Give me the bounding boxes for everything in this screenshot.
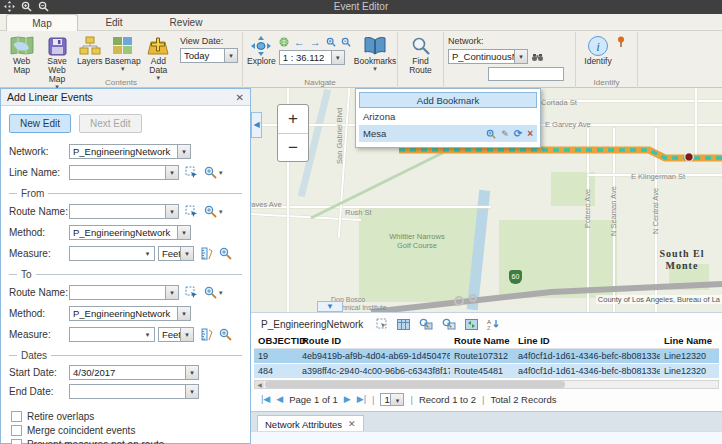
table-options-icon[interactable] — [397, 319, 410, 330]
group-contents: Web Map Save Web Map ▾ Layers Basemap ▾ — [0, 32, 243, 88]
group-label-navigate: Navigate — [243, 78, 397, 87]
page-select[interactable]: 1 ▾ — [380, 393, 404, 406]
close-icon[interactable]: ✕ — [236, 92, 244, 103]
network-select[interactable]: P_ContinuousNetwork ▾ — [448, 49, 528, 64]
save-icon — [48, 35, 67, 57]
record-range-text: Record 1 to 2 — [419, 394, 476, 405]
tab-edit[interactable]: Edit — [78, 14, 150, 31]
zoom-measure-icon[interactable] — [219, 328, 232, 341]
col-route-name[interactable]: Route Name — [450, 333, 514, 349]
first-page-icon[interactable]: |◀ — [261, 394, 270, 404]
col-route-id[interactable]: Route ID — [298, 333, 450, 349]
back-arrow-icon[interactable]: ← — [294, 37, 305, 47]
map-zoom-out-button[interactable]: − — [278, 134, 308, 162]
ruler-icon[interactable] — [200, 247, 213, 260]
chevron-down-icon: ▾ — [165, 286, 178, 299]
bookmark-edit-icon[interactable]: ✎ — [501, 129, 509, 139]
zoom-out-icon[interactable] — [341, 37, 351, 47]
add-data-icon — [147, 35, 169, 57]
binoculars-icon[interactable] — [531, 51, 544, 62]
bookmark-refresh-icon[interactable]: ⟳ — [514, 128, 522, 139]
chevron-down-icon: ▾ — [177, 145, 190, 158]
find-route-button[interactable]: Find Route — [402, 34, 439, 75]
bookmark-item-mesa[interactable]: Mesa ✎ ⟳ × — [359, 125, 537, 142]
table-row[interactable]: 19 4eb9419b-af9b-4d04-ab69-1d450476802b … — [254, 349, 719, 364]
pushpin-icon[interactable] — [616, 36, 626, 48]
prevent-measures-checkbox[interactable] — [11, 439, 22, 444]
pan-to-selection-icon[interactable] — [442, 318, 456, 330]
start-date-input[interactable]: 4/30/2017 ▾ — [69, 365, 199, 380]
bookmark-item-arizona[interactable]: Arizona — [359, 108, 537, 125]
selection-options-icon[interactable] — [376, 318, 388, 330]
tab-review[interactable]: Review — [150, 14, 222, 31]
explore-button[interactable]: Explore — [247, 34, 276, 66]
to-unit-select[interactable]: Feet ▾ — [158, 327, 194, 342]
collapse-table-button[interactable]: ▼ — [317, 301, 343, 312]
zoom-select-icon[interactable]: ▾ — [204, 166, 223, 179]
from-measure-input[interactable]: ▾ — [69, 246, 155, 261]
zoom-select-icon[interactable]: ▾ — [204, 205, 223, 218]
select-on-map-icon[interactable] — [185, 286, 198, 299]
bookmark-zoom-icon[interactable] — [486, 129, 496, 139]
view-date-select[interactable]: Today ▾ — [180, 48, 238, 63]
merge-coincident-checkbox[interactable] — [11, 425, 22, 436]
zoom-in-icon[interactable] — [326, 37, 336, 47]
forward-arrow-icon[interactable]: → — [310, 37, 321, 47]
line-name-select[interactable]: ▾ — [69, 165, 179, 180]
prev-page-icon[interactable]: ◀ — [276, 394, 283, 404]
scale-select[interactable]: 1 : 36.112 ▾ — [279, 50, 345, 65]
bookmark-delete-icon[interactable]: × — [527, 128, 533, 139]
basemap-button[interactable]: Basemap ▾ — [105, 34, 141, 71]
col-line-id[interactable]: Line ID — [514, 333, 660, 349]
collapse-panel-left-button[interactable]: ◀ — [251, 112, 262, 138]
map-zoom-in-button[interactable]: + — [278, 105, 308, 134]
next-page-icon[interactable]: ▶ — [344, 394, 351, 404]
last-page-icon[interactable]: ▶| — [357, 394, 366, 404]
network-select[interactable]: P_EngineeringNetwork ▾ — [69, 144, 191, 159]
horizontal-scrollbar[interactable]: ◀ — [254, 380, 719, 389]
zoom-select-icon[interactable]: ▾ — [204, 286, 223, 299]
sort-icon[interactable]: AZ — [487, 318, 499, 330]
add-data-button[interactable]: Add Data ▾ — [141, 34, 176, 80]
switch-selection-icon[interactable] — [465, 319, 478, 330]
close-icon[interactable]: ✕ — [348, 419, 356, 429]
scrollbar-thumb[interactable] — [265, 381, 565, 388]
tab-map[interactable]: Map — [6, 14, 78, 31]
from-route-name-select[interactable]: ▾ — [69, 204, 179, 219]
map-canvas[interactable]: Del Mar Ave San Gabriel Blvd Graves Ave … — [251, 88, 722, 312]
from-method-select[interactable]: P_EngineeringNetwork ▾ — [69, 225, 191, 240]
next-edit-button[interactable]: Next Edit — [79, 114, 142, 133]
measure-label: Measure: — [9, 248, 69, 259]
select-on-map-icon[interactable] — [185, 205, 198, 218]
select-on-map-icon[interactable] — [185, 166, 198, 179]
web-map-button[interactable]: Web Map — [4, 34, 39, 75]
zoom-measure-icon[interactable] — [219, 247, 232, 260]
identify-button[interactable]: i Identify — [580, 34, 616, 66]
bookmarks-button[interactable]: Bookmarks ▾ — [354, 34, 397, 71]
table-row[interactable]: 484 a398ff4c-2940-4c00-96b6-c6343f8f1711… — [254, 364, 719, 379]
retire-overlaps-checkbox[interactable] — [11, 411, 22, 422]
ribbon-tabstrip: Map Edit Review — [0, 14, 722, 31]
previous-extent-globe-icon[interactable] — [279, 37, 289, 47]
to-route-name-select[interactable]: ▾ — [69, 285, 179, 300]
to-measure-input[interactable]: ▾ — [69, 327, 155, 342]
ruler-icon[interactable] — [200, 328, 213, 341]
chevron-down-icon: ▾ — [390, 394, 403, 405]
col-line-name[interactable]: Line Name — [660, 333, 719, 349]
scroll-left-arrow[interactable]: ◀ — [255, 381, 264, 388]
tab-network-attributes[interactable]: Network Attributes ✕ — [257, 415, 364, 432]
zoom-to-selection-icon[interactable] — [419, 318, 433, 330]
col-objectid[interactable]: OBJECTID — [254, 333, 298, 349]
new-edit-button[interactable]: New Edit — [9, 114, 71, 133]
end-date-input[interactable]: ▾ — [69, 384, 199, 399]
add-bookmark-button[interactable]: Add Bookmark — [359, 92, 537, 108]
layers-button[interactable]: Layers — [75, 34, 105, 66]
ribbon: Map Edit Review Web Map Save Web Map ▾ L… — [0, 14, 722, 88]
chevron-down-icon: ▾ — [185, 366, 198, 379]
to-method-select[interactable]: P_EngineeringNetwork ▾ — [69, 306, 191, 321]
table-source-label: P_EngineeringNetwork — [261, 319, 363, 330]
network-value-input[interactable] — [488, 67, 564, 81]
chevron-down-icon: ▾ — [185, 385, 198, 398]
from-unit-select[interactable]: Feet ▾ — [158, 246, 194, 261]
layers-icon — [79, 35, 101, 57]
